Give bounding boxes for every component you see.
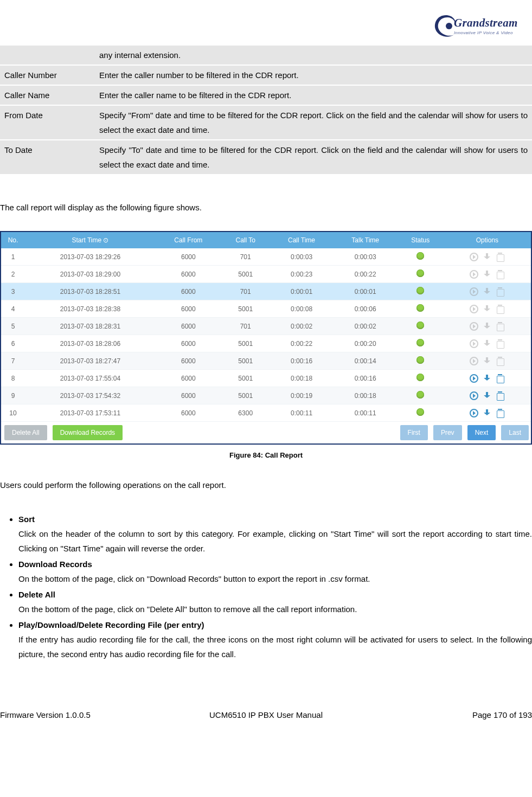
cell-start: 2013-07-03 17:53:11	[25, 404, 156, 422]
play-icon	[470, 305, 478, 313]
cell-talk: 0:00:01	[334, 283, 398, 300]
delete-icon	[496, 253, 504, 261]
cell-options	[444, 352, 531, 370]
cell-start: 2013-07-03 17:55:04	[25, 370, 156, 387]
column-header[interactable]: Start Time ⊙	[25, 232, 156, 248]
table-row: 52013-07-03 18:28:3160007010:00:020:00:0…	[1, 318, 531, 335]
download-icon	[483, 322, 491, 331]
ops-body: If the entry has audio recording file fo…	[18, 632, 532, 661]
call-report-screenshot: No.Start Time ⊙Call FromCall ToCall Time…	[0, 231, 532, 445]
cell-status	[398, 352, 444, 370]
cell-call: 0:00:02	[270, 318, 334, 335]
filter-desc: Enter the caller number to be filtered i…	[95, 65, 532, 85]
footer-center: UCM6510 IP PBX User Manual	[177, 710, 355, 719]
cell-options	[444, 387, 531, 404]
cell-start: 2013-07-03 17:54:32	[25, 387, 156, 404]
status-icon	[416, 287, 424, 294]
ops-list: SortClick on the header of the column to…	[0, 512, 532, 661]
play-icon	[470, 287, 478, 296]
delete-icon	[496, 270, 504, 279]
table-row: 102013-07-03 17:53:11600063000:00:110:00…	[1, 404, 531, 422]
filter-label: Caller Name	[0, 85, 95, 105]
page-footer: Firmware Version 1.0.0.5 UCM6510 IP PBX …	[0, 710, 532, 719]
next-page-button[interactable]: Next	[467, 425, 496, 440]
play-icon	[470, 253, 478, 261]
cell-status	[398, 387, 444, 404]
cell-call: 0:00:16	[270, 352, 334, 370]
column-header[interactable]: No.	[1, 232, 25, 248]
brand-tagline: Innovative IP Voice & Video	[454, 30, 513, 35]
cell-status	[398, 318, 444, 335]
cell-talk: 0:00:11	[334, 404, 398, 422]
cell-start: 2013-07-03 18:29:00	[25, 266, 156, 283]
cell-talk: 0:00:06	[334, 300, 398, 318]
ops-item: SortClick on the header of the column to…	[18, 512, 532, 556]
first-page-button[interactable]: First	[400, 425, 428, 440]
cell-status	[398, 370, 444, 387]
column-header[interactable]: Options	[444, 232, 531, 248]
ops-title: Sort	[18, 512, 532, 526]
status-icon	[416, 391, 424, 398]
column-header[interactable]: Status	[398, 232, 444, 248]
cell-no: 4	[1, 300, 25, 318]
cell-options	[444, 266, 531, 283]
prev-page-button[interactable]: Prev	[433, 425, 462, 440]
delete-icon[interactable]	[496, 374, 504, 383]
cell-to: 701	[221, 318, 270, 335]
status-icon	[416, 408, 424, 416]
cell-options	[444, 370, 531, 387]
play-icon	[470, 339, 478, 348]
delete-all-button[interactable]: Delete All	[4, 425, 47, 440]
filter-row: Caller NameEnter the caller name to be f…	[0, 85, 532, 105]
filter-label: From Date	[0, 105, 95, 140]
cell-from: 6000	[156, 283, 221, 300]
play-icon[interactable]	[470, 409, 478, 417]
download-icon	[483, 339, 491, 348]
download-icon	[483, 287, 491, 296]
cell-talk: 0:00:03	[334, 248, 398, 266]
cell-no: 8	[1, 370, 25, 387]
column-header[interactable]: Talk Time	[334, 232, 398, 248]
screenshot-footer: Delete All Download Records First Prev N…	[1, 422, 531, 444]
column-header[interactable]: Call From	[156, 232, 221, 248]
cell-call: 0:00:01	[270, 283, 334, 300]
cell-options	[444, 248, 531, 266]
cell-from: 6000	[156, 318, 221, 335]
download-icon	[483, 305, 491, 313]
ops-title: Download Records	[18, 557, 532, 571]
ops-title: Delete All	[18, 587, 532, 602]
column-header[interactable]: Call To	[221, 232, 270, 248]
table-row: 12013-07-03 18:29:2660007010:00:030:00:0…	[1, 248, 531, 266]
cell-from: 6000	[156, 266, 221, 283]
delete-icon[interactable]	[496, 409, 504, 417]
filter-desc: Specify "From" date and time to be filte…	[95, 105, 532, 140]
table-row: 32013-07-03 18:28:5160007010:00:010:00:0…	[1, 283, 531, 300]
delete-icon[interactable]	[496, 391, 504, 400]
filter-row: any internal extension.	[0, 46, 532, 65]
cell-no: 2	[1, 266, 25, 283]
download-icon	[483, 270, 491, 279]
column-header[interactable]: Call Time	[270, 232, 334, 248]
download-records-button[interactable]: Download Records	[53, 425, 123, 440]
cell-status	[398, 300, 444, 318]
status-icon	[416, 322, 424, 329]
last-page-button[interactable]: Last	[501, 425, 529, 440]
status-icon	[416, 356, 424, 364]
cell-talk: 0:00:14	[334, 352, 398, 370]
ops-body: On the bottom of the page, click on "Del…	[18, 602, 532, 616]
download-icon[interactable]	[483, 374, 491, 383]
cell-start: 2013-07-03 18:28:31	[25, 318, 156, 335]
play-icon[interactable]	[470, 391, 478, 400]
cell-to: 701	[221, 248, 270, 266]
ops-item: Download RecordsOn the bottom of the pag…	[18, 557, 532, 586]
table-row: 22013-07-03 18:29:00600050010:00:230:00:…	[1, 266, 531, 283]
intro-text: The call report will display as the foll…	[0, 200, 532, 215]
cell-to: 5001	[221, 352, 270, 370]
cell-no: 6	[1, 335, 25, 352]
download-icon[interactable]	[483, 391, 491, 400]
play-icon[interactable]	[470, 374, 478, 383]
delete-icon	[496, 339, 504, 348]
download-icon[interactable]	[483, 409, 491, 417]
cell-start: 2013-07-03 18:27:47	[25, 352, 156, 370]
table-row: 62013-07-03 18:28:06600050010:00:220:00:…	[1, 335, 531, 352]
